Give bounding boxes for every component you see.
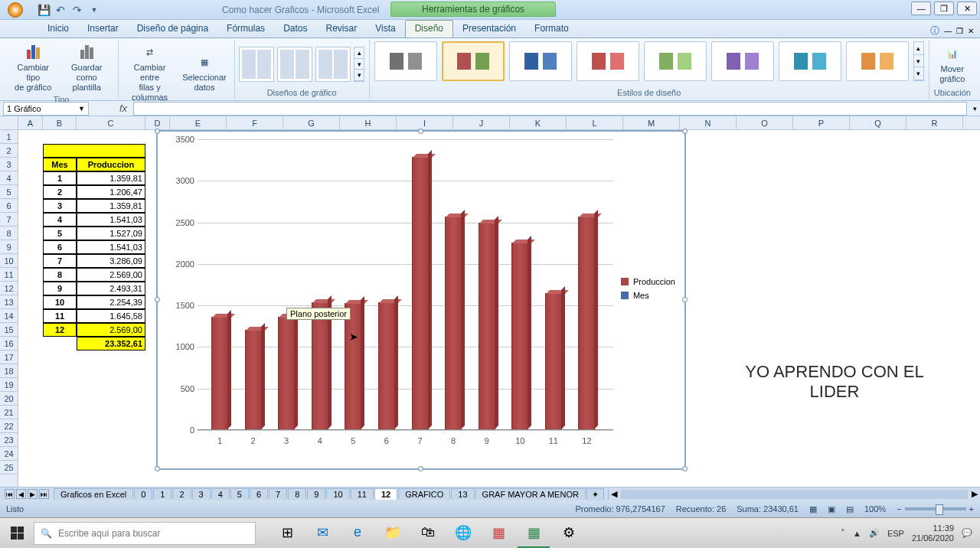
cell[interactable]: Mes: [43, 158, 77, 171]
tab-revisar[interactable]: Revisar: [316, 21, 366, 37]
edge-icon[interactable]: e: [341, 519, 374, 548]
row-header[interactable]: 11: [0, 268, 18, 282]
last-sheet-button[interactable]: ⏭: [39, 489, 49, 499]
column-header[interactable]: F: [227, 116, 283, 129]
row-header[interactable]: 16: [0, 337, 18, 350]
prev-sheet-button[interactable]: ◀: [16, 489, 26, 499]
next-sheet-button[interactable]: ▶: [28, 489, 38, 499]
zoom-slider[interactable]: [905, 507, 966, 510]
minimize-button[interactable]: —: [911, 2, 931, 15]
sheet-tab[interactable]: GRAFICO: [398, 488, 450, 500]
sheet-tab[interactable]: 1: [153, 488, 172, 500]
cell[interactable]: 2.493,31: [77, 282, 145, 295]
row-header[interactable]: 18: [0, 364, 18, 378]
cell[interactable]: 2: [43, 185, 77, 199]
resize-handle[interactable]: [155, 129, 160, 134]
file-explorer-icon[interactable]: 📁: [377, 519, 409, 548]
mail-icon[interactable]: ✉: [306, 519, 338, 548]
resize-handle[interactable]: [418, 466, 423, 471]
column-header[interactable]: L: [567, 116, 623, 129]
row-header[interactable]: 22: [0, 419, 18, 433]
row-header[interactable]: 12: [0, 282, 18, 295]
sheet-tab[interactable]: 11: [351, 488, 374, 500]
row-header[interactable]: 23: [0, 433, 18, 447]
volume-icon[interactable]: 🔊: [869, 528, 880, 538]
chart-layout-3[interactable]: [315, 47, 351, 82]
sheet-tab[interactable]: 6: [250, 488, 268, 500]
notifications-icon[interactable]: 💬: [962, 528, 972, 538]
column-header[interactable]: J: [453, 116, 510, 129]
help-icon[interactable]: ⓘ: [930, 24, 939, 37]
chart-style-4[interactable]: [577, 41, 639, 81]
column-header[interactable]: D: [145, 116, 170, 129]
name-box[interactable]: 1 Gráfico▼: [3, 102, 89, 116]
tab-inicio[interactable]: Inicio: [38, 21, 78, 37]
row-header[interactable]: 19: [0, 378, 18, 392]
chart-bar[interactable]: [378, 302, 395, 430]
row-header[interactable]: 2: [0, 144, 18, 158]
sheet-tab[interactable]: 7: [269, 488, 287, 500]
plot-area[interactable]: 0500100015002000250030003500123456789101…: [198, 139, 613, 430]
chart-bar[interactable]: [578, 217, 595, 430]
minimize-ribbon-icon[interactable]: —: [944, 27, 952, 35]
excel-icon[interactable]: ▦: [518, 519, 550, 548]
move-chart-button[interactable]: 📊 Mover gráfico: [936, 43, 968, 86]
column-header[interactable]: K: [510, 116, 567, 129]
sheet-tab[interactable]: 5: [230, 488, 249, 500]
chart-bar[interactable]: [545, 293, 562, 430]
clock[interactable]: 11:3921/06/2020: [912, 523, 954, 543]
cell[interactable]: 1.359,81: [77, 171, 145, 185]
sheet-tab[interactable]: 10: [326, 488, 349, 500]
save-icon[interactable]: 💾: [37, 3, 51, 17]
cell[interactable]: 1.541,03: [77, 240, 145, 254]
cell[interactable]: 5: [43, 227, 77, 240]
cell[interactable]: 1.206,47: [77, 185, 145, 199]
row-header[interactable]: 14: [0, 309, 18, 323]
cell[interactable]: 1: [43, 171, 77, 185]
row-header[interactable]: 21: [0, 406, 18, 419]
chart-bar[interactable]: [479, 223, 495, 430]
chart-style-6[interactable]: [711, 41, 774, 81]
row-header[interactable]: 17: [0, 350, 18, 364]
undo-icon[interactable]: ↶: [54, 3, 67, 17]
scroll-left-button[interactable]: ◀: [609, 489, 619, 499]
chart-bar[interactable]: [278, 317, 295, 430]
sheet-tab[interactable]: 9: [307, 488, 325, 500]
sheet-tab[interactable]: 2: [172, 488, 191, 500]
resize-handle[interactable]: [682, 466, 688, 471]
view-normal-icon[interactable]: ▦: [809, 504, 817, 514]
first-sheet-button[interactable]: ⏮: [5, 489, 15, 499]
cell[interactable]: 4: [43, 213, 77, 227]
language-indicator[interactable]: ESP: [887, 529, 904, 538]
zoom-out-button[interactable]: −: [897, 504, 901, 514]
column-header[interactable]: Q: [850, 116, 906, 129]
row-header[interactable]: 1: [0, 130, 18, 144]
column-header[interactable]: N: [680, 116, 737, 129]
cell[interactable]: 7: [43, 254, 77, 268]
cell[interactable]: 3: [43, 199, 77, 213]
row-header[interactable]: 8: [0, 227, 18, 240]
redo-icon[interactable]: ↷: [70, 3, 84, 17]
office-button[interactable]: [0, 0, 31, 20]
app-icon[interactable]: ▦: [482, 519, 514, 548]
row-header[interactable]: 5: [0, 185, 18, 199]
tab-datos[interactable]: Datos: [274, 21, 316, 37]
restore-window-icon[interactable]: ❐: [956, 27, 963, 35]
column-header[interactable]: P: [793, 116, 850, 129]
style-gallery-scroll[interactable]: ▴▾▾: [913, 41, 924, 81]
task-view-icon[interactable]: ⊞: [271, 519, 303, 548]
sheet-tab[interactable]: 0: [134, 488, 152, 500]
column-header[interactable]: E: [170, 116, 227, 129]
layout-gallery-scroll[interactable]: ▴▾▾: [354, 47, 364, 82]
sheet-tab[interactable]: GRAF MAYOR A MENOR: [475, 488, 586, 500]
sheet-tab[interactable]: 3: [192, 488, 211, 500]
cell[interactable]: 9: [43, 282, 77, 295]
sheet-tab[interactable]: 8: [288, 488, 306, 500]
cell[interactable]: 11: [43, 309, 77, 323]
cell[interactable]: 23.352,61: [77, 337, 145, 350]
network-icon[interactable]: ▲: [853, 529, 861, 538]
chart-style-7[interactable]: [779, 41, 841, 81]
fx-icon[interactable]: fx: [119, 103, 127, 114]
chart-object[interactable]: 0500100015002000250030003500123456789101…: [156, 130, 686, 470]
row-header[interactable]: 10: [0, 254, 18, 268]
